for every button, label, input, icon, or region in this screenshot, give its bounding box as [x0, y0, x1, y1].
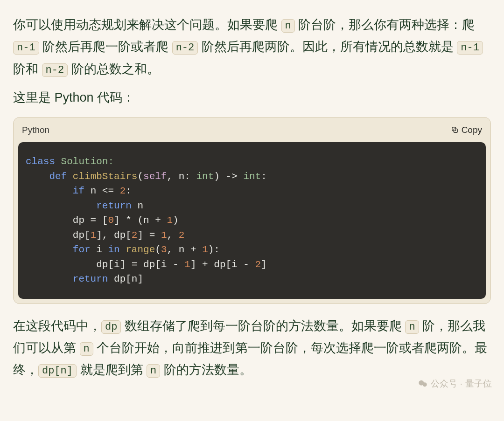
- code-body[interactable]: class Solution: def climbStairs(self, n:…: [18, 142, 486, 299]
- code-token: class: [26, 156, 55, 167]
- code-token: 1: [202, 244, 208, 255]
- code-token: 2: [255, 259, 261, 270]
- code-token: 2: [120, 186, 126, 196]
- paragraph-2: 这里是 Python 代码：: [13, 87, 491, 109]
- text: 阶台阶，那么你有两种选择：爬: [295, 18, 475, 32]
- code-block: Python Copy class Solution: def climbSta…: [13, 117, 491, 304]
- code-token: ] =: [137, 230, 161, 241]
- code-token: n: [132, 200, 143, 211]
- code-token: dp[n]: [108, 274, 143, 284]
- code-token: if: [26, 186, 84, 196]
- code-token: ) ->: [214, 171, 243, 182]
- wechat-icon: [418, 379, 428, 389]
- code-token: dp[i] = dp[i -: [26, 259, 184, 270]
- inline-code-n: n: [405, 320, 419, 334]
- code-token: [120, 244, 126, 255]
- text: 在这段代码中，: [13, 319, 101, 333]
- code-token: , n +: [167, 244, 203, 255]
- inline-code-n-1: n-1: [457, 41, 483, 55]
- inline-code-dp: dp: [101, 320, 121, 334]
- inline-code-n: n: [147, 364, 160, 378]
- code-token: :: [261, 171, 267, 182]
- text: 数组存储了爬到每一阶台阶的方法数量。如果要爬: [121, 319, 405, 333]
- code-token: return: [26, 200, 132, 211]
- copy-label: Copy: [462, 122, 482, 138]
- watermark-sep: ·: [460, 376, 462, 391]
- code-token: ], dp[: [96, 230, 132, 241]
- code-token: :: [126, 186, 132, 196]
- copy-button[interactable]: Copy: [451, 122, 482, 138]
- code-token: for: [26, 244, 91, 255]
- code-token: ):: [208, 244, 220, 255]
- code-token: ] + dp[i -: [190, 259, 255, 270]
- text: 阶和: [13, 62, 42, 76]
- code-token: dp[: [26, 230, 91, 241]
- code-token: Solution:: [55, 156, 114, 167]
- inline-code-n: n: [281, 19, 295, 33]
- code-token: in: [108, 244, 119, 255]
- code-token: self: [143, 171, 167, 182]
- code-token: ] * (n +: [114, 215, 167, 226]
- text: 就是爬到第: [77, 363, 147, 377]
- paragraph-1: 你可以使用动态规划来解决这个问题。如果要爬 n 阶台阶，那么你有两种选择：爬 n…: [13, 14, 491, 80]
- code-language-label: Python: [22, 122, 49, 138]
- code-token: 2: [132, 230, 138, 241]
- inline-code-n-1: n-1: [13, 41, 39, 55]
- code-token: 3: [161, 244, 167, 255]
- inline-code-n-2: n-2: [172, 41, 198, 55]
- code-token: return: [26, 274, 108, 284]
- code-token: (: [137, 171, 143, 182]
- text: 阶然后再爬两阶。因此，所有情况的总数就是: [198, 40, 457, 54]
- code-token: 1: [91, 230, 97, 241]
- code-token: 0: [108, 215, 114, 226]
- text: 你可以使用动态规划来解决这个问题。如果要爬: [13, 18, 281, 32]
- code-token: ,: [167, 230, 179, 241]
- text: 阶的总数之和。: [68, 62, 160, 76]
- code-token: 1: [161, 230, 167, 241]
- code-token: i: [91, 244, 108, 255]
- copy-icon: [451, 126, 459, 134]
- text: 阶然后再爬一阶或者爬: [39, 40, 172, 54]
- watermark-prefix: 公众号: [431, 376, 457, 391]
- inline-code-n: n: [80, 342, 93, 356]
- code-token: , n:: [167, 171, 196, 182]
- code-token: n <=: [84, 186, 120, 196]
- watermark-name: 量子位: [465, 376, 492, 391]
- code-token: int: [196, 171, 214, 182]
- code-token: range: [126, 244, 155, 255]
- code-token: 2: [179, 230, 185, 241]
- code-token: dp = [: [26, 215, 108, 226]
- watermark: 公众号 · 量子位: [418, 376, 492, 391]
- code-token: 1: [167, 215, 173, 226]
- inline-code-dpn: dp[n]: [38, 364, 77, 378]
- code-token: climbStairs: [67, 171, 137, 182]
- code-token: 1: [184, 259, 190, 270]
- inline-code-n-2: n-2: [42, 63, 68, 77]
- code-token: ): [173, 215, 179, 226]
- code-token: ]: [261, 259, 267, 270]
- paragraph-3: 在这段代码中，dp 数组存储了爬到每一阶台阶的方法数量。如果要爬 n 阶，那么我…: [13, 315, 491, 381]
- code-token: int: [243, 171, 261, 182]
- code-token: def: [26, 171, 67, 182]
- svg-point-3: [422, 382, 427, 386]
- code-header: Python Copy: [14, 117, 490, 142]
- code-token: (: [155, 244, 161, 255]
- text: 阶的方法数量。: [160, 363, 252, 377]
